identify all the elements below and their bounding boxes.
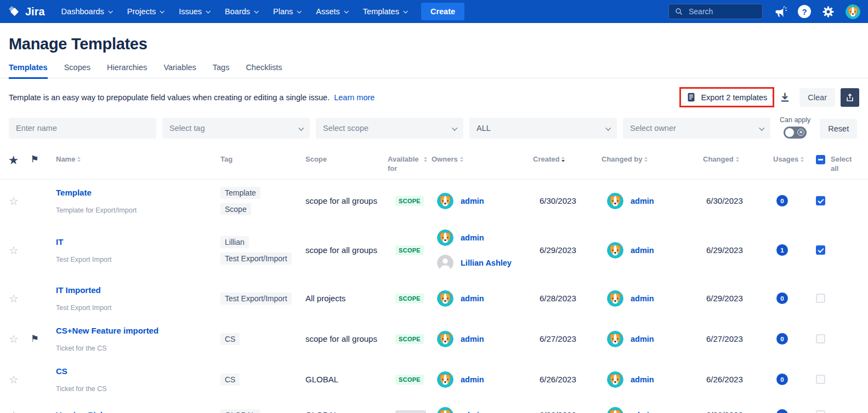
template-name-link[interactable]: IT [56, 237, 213, 246]
user-link[interactable]: admin [631, 411, 654, 413]
row-checkbox[interactable] [816, 410, 825, 413]
created-date: 6/30/2023 [533, 196, 602, 205]
column-header-owners[interactable]: Owners [432, 155, 533, 164]
user-link[interactable]: admin [631, 375, 654, 384]
nav-item-dashboards[interactable]: Dashboards [54, 0, 120, 23]
star-icon[interactable]: ☆ [9, 332, 31, 346]
template-name-link[interactable]: Template [56, 188, 213, 197]
learn-more-link[interactable]: Learn more [334, 93, 375, 102]
create-button[interactable]: Create [421, 3, 464, 20]
usages-cell: 0 [773, 374, 816, 385]
settings-gear-icon[interactable] [822, 5, 835, 18]
tag-cell: Test Export/Import [220, 292, 305, 305]
user-link[interactable]: admin [631, 335, 654, 343]
column-header-created[interactable]: Created [533, 155, 602, 164]
star-icon[interactable]: ☆ [9, 373, 31, 386]
usages-badge[interactable]: 0 [776, 195, 788, 206]
star-icon[interactable]: ☆ [9, 244, 31, 257]
share-button[interactable] [841, 88, 859, 107]
user-avatar[interactable] [846, 4, 860, 19]
tag-cell: TemplateScope [220, 187, 305, 215]
nav-item-templates[interactable]: Templates [355, 0, 415, 23]
column-header-available[interactable]: Available for [388, 155, 432, 174]
select-all-checkbox[interactable] [816, 155, 825, 164]
select-cell [816, 294, 859, 303]
user-link[interactable]: admin [461, 197, 484, 205]
template-description: Test Export Import [56, 304, 213, 312]
column-header-name[interactable]: Name [56, 155, 220, 164]
user-link[interactable]: Lillian Ashley [461, 259, 512, 267]
tab-templates[interactable]: Templates [9, 63, 48, 79]
star-icon[interactable]: ☆ [9, 194, 31, 208]
announcements-icon[interactable] [774, 5, 787, 18]
user-link[interactable]: admin [461, 411, 484, 413]
export-templates-button[interactable]: Export 2 templates [682, 89, 771, 105]
sort-icon [460, 157, 463, 162]
row-checkbox[interactable] [816, 245, 825, 255]
user-link[interactable]: admin [461, 375, 484, 384]
help-icon[interactable]: ? [798, 5, 811, 18]
column-header-usages[interactable]: Usages [773, 155, 816, 164]
template-name-link[interactable]: CS [56, 366, 213, 376]
template-name-link[interactable]: IT Imported [56, 285, 213, 295]
user-link[interactable]: admin [631, 197, 654, 205]
can-apply-toggle[interactable]: ✕ [784, 127, 807, 139]
star-icon[interactable]: ☆ [9, 409, 31, 413]
owners-cell: admin [432, 371, 533, 388]
search-input[interactable] [688, 7, 757, 16]
usages-badge[interactable]: 0 [776, 292, 788, 304]
availability-badge: SCOPE [395, 334, 424, 344]
type-filter-select[interactable]: ALL [469, 118, 617, 139]
user-link[interactable]: admin [461, 294, 484, 303]
sort-icon [77, 157, 81, 162]
tab-scopes[interactable]: Scopes [64, 63, 90, 78]
user-link[interactable]: admin [631, 294, 654, 303]
nav-item-issues[interactable]: Issues [171, 0, 217, 23]
owner-filter-select[interactable]: Select owner [623, 118, 770, 139]
chevron-down-icon [605, 125, 611, 130]
row-checkbox[interactable] [816, 294, 825, 303]
usages-badge[interactable]: 0 [776, 409, 788, 413]
row-checkbox[interactable] [816, 196, 825, 205]
tag-filter-select[interactable]: Select tag [162, 118, 310, 139]
jira-logo[interactable]: Jira [8, 5, 45, 19]
row-checkbox[interactable] [816, 375, 825, 384]
template-name-link[interactable]: CS+New Feature imported [56, 326, 213, 335]
nav-item-boards[interactable]: Boards [217, 0, 265, 23]
scope-filter-select[interactable]: Select scope [316, 118, 463, 139]
usages-cell: 0 [773, 409, 816, 413]
nav-item-plans[interactable]: Plans [265, 0, 308, 23]
column-header-star: ★ [9, 155, 31, 165]
usages-badge[interactable]: 0 [776, 374, 788, 385]
created-date: 6/29/2023 [533, 245, 602, 255]
clear-button[interactable]: Clear [799, 88, 835, 107]
user-entry: admin [437, 230, 533, 246]
usages-badge[interactable]: 0 [776, 333, 788, 345]
nav-item-projects[interactable]: Projects [120, 0, 171, 23]
tab-tags[interactable]: Tags [213, 63, 230, 78]
star-header-icon[interactable]: ★ [9, 155, 18, 165]
tab-checklists[interactable]: Checklists [246, 63, 282, 78]
flag-header-icon[interactable]: ⚑ [31, 155, 38, 164]
table-row: ☆ ⚑ CS+New Feature imported Ticket for t… [0, 319, 868, 359]
row-checkbox[interactable] [816, 334, 825, 343]
tab-hierarchies[interactable]: Hierarchies [107, 63, 147, 78]
chevron-down-icon [403, 9, 407, 13]
user-entry: Lillian Ashley [437, 255, 533, 271]
column-header-changedby[interactable]: Changed by [602, 155, 703, 164]
user-link[interactable]: admin [631, 246, 654, 255]
star-icon[interactable]: ☆ [9, 292, 31, 305]
user-link[interactable]: admin [461, 233, 484, 242]
reset-button[interactable]: Reset [820, 119, 857, 139]
usages-badge[interactable]: 1 [776, 244, 788, 256]
name-filter-input[interactable] [9, 118, 156, 139]
template-name-link[interactable]: Version Picker [56, 410, 213, 413]
tab-variables[interactable]: Variables [163, 63, 196, 78]
user-link[interactable]: admin [461, 335, 484, 343]
nav-item-assets[interactable]: Assets [308, 0, 355, 23]
created-date: 6/26/2023 [533, 375, 602, 384]
dog-avatar [437, 407, 453, 413]
column-header-changed[interactable]: Changed [703, 155, 773, 164]
download-button[interactable] [778, 90, 792, 104]
global-search[interactable] [668, 4, 763, 19]
